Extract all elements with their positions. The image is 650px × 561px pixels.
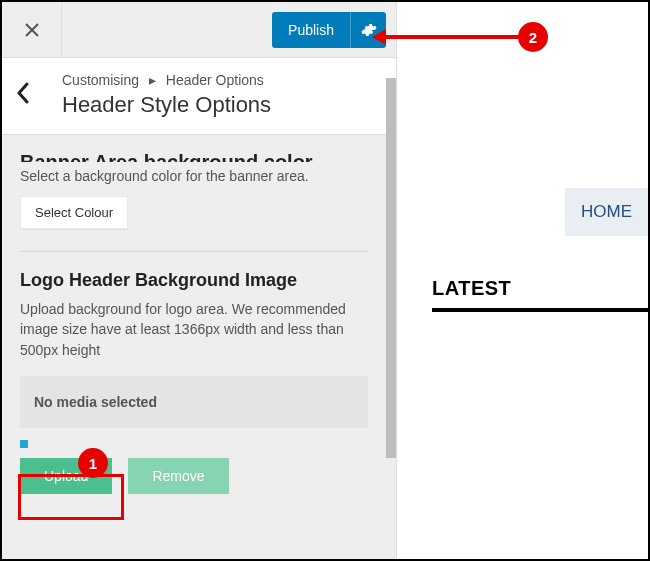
section-desc-logo-bg: Upload background for logo area. We reco… xyxy=(20,299,368,360)
latest-heading-block: LATEST xyxy=(432,277,648,312)
breadcrumb: Customising ▸ Header Options xyxy=(62,72,378,88)
upload-button[interactable]: Upload xyxy=(20,458,112,494)
remove-button[interactable]: Remove xyxy=(128,458,228,494)
scrollbar[interactable] xyxy=(386,78,396,458)
media-button-row: Upload Remove xyxy=(20,458,368,494)
no-media-placeholder: No media selected xyxy=(20,376,368,428)
chevron-left-icon[interactable] xyxy=(16,82,30,110)
section-title-banner: Banner Area background color xyxy=(20,152,313,162)
breadcrumb-parent: Header Options xyxy=(166,72,264,88)
breadcrumb-root: Customising xyxy=(62,72,139,88)
nav-home[interactable]: HOME xyxy=(565,188,648,236)
color-swatch xyxy=(20,440,28,448)
chevron-right-icon: ▸ xyxy=(149,72,156,88)
latest-heading: LATEST xyxy=(432,277,648,300)
page-title: Header Style Options xyxy=(62,92,378,118)
divider xyxy=(20,251,368,252)
section-title-logo-bg: Logo Header Background Image xyxy=(20,270,368,291)
panel-header: Customising ▸ Header Options Header Styl… xyxy=(2,58,396,135)
site-preview: HOME LATEST xyxy=(397,2,648,559)
panel-scroll-area: Banner Area background color Select a ba… xyxy=(2,152,386,559)
publish-button[interactable]: Publish xyxy=(272,12,386,48)
section-desc-banner: Select a background color for the banner… xyxy=(20,168,368,184)
customizer-toolbar: Publish xyxy=(2,2,396,58)
latest-underline xyxy=(432,308,648,312)
close-icon[interactable] xyxy=(2,2,62,58)
customizer-panel: Publish Customising ▸ Header Options Hea… xyxy=(2,2,397,559)
publish-button-label: Publish xyxy=(272,22,350,38)
select-colour-button[interactable]: Select Colour xyxy=(20,196,128,229)
gear-icon[interactable] xyxy=(350,12,386,48)
